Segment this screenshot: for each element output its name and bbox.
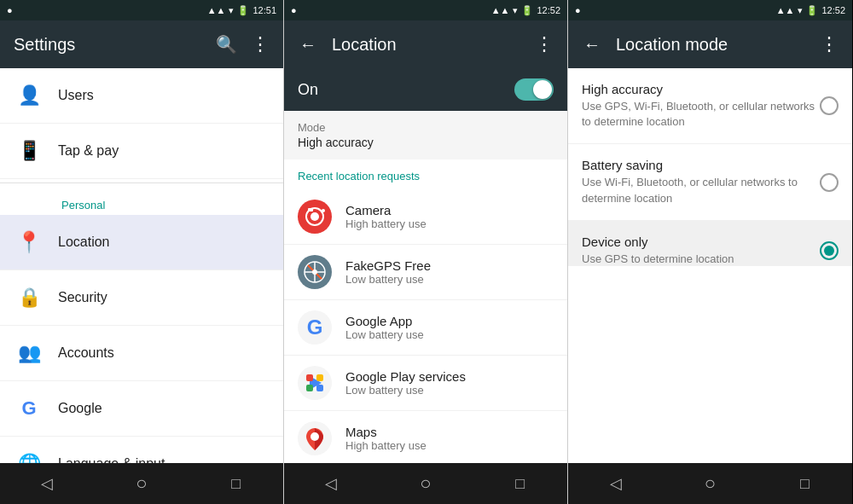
status-bar-3: ● ▲▲ ▾ 🔋 12:52 bbox=[568, 0, 852, 20]
divider-1 bbox=[0, 182, 283, 183]
maps-app-sub: High battery use bbox=[345, 439, 426, 452]
time-3: 12:52 bbox=[821, 5, 845, 15]
mode-high-accuracy[interactable]: High accuracy Use GPS, Wi-Fi, Bluetooth,… bbox=[568, 68, 852, 144]
high-accuracy-title: High accuracy bbox=[582, 82, 820, 96]
time-2: 12:52 bbox=[537, 5, 560, 15]
status-icon: ● bbox=[7, 5, 13, 15]
nav-bar-2: ◁ ○ □ bbox=[284, 463, 567, 504]
users-label: Users bbox=[58, 88, 94, 103]
battery-icon-3: 🔋 bbox=[806, 5, 818, 16]
camera-app-icon bbox=[298, 200, 332, 234]
nav-recent-2[interactable]: □ bbox=[473, 475, 567, 493]
battery-saving-title: Battery saving bbox=[582, 158, 820, 172]
radio-inner bbox=[824, 246, 834, 256]
battery-saving-radio[interactable] bbox=[820, 173, 838, 192]
sidebar-item-google[interactable]: G Google bbox=[0, 381, 283, 437]
signal-icon-3: ▲▲ bbox=[776, 5, 795, 15]
nav-back-1[interactable]: ◁ bbox=[0, 474, 95, 493]
mode-device-only[interactable]: Device only Use GPS to determine locatio… bbox=[568, 221, 852, 266]
svg-point-4 bbox=[322, 209, 325, 212]
wifi-icon-2: ▾ bbox=[513, 5, 518, 16]
location-mode-title: Location mode bbox=[609, 35, 813, 55]
mode-battery-saving[interactable]: Battery saving Use Wi-Fi, Bluetooth, or … bbox=[568, 144, 852, 220]
app-item-google[interactable]: G Google App Low battery use bbox=[284, 300, 567, 356]
device-only-title: Device only bbox=[582, 235, 820, 249]
maps-app-text: Maps High battery use bbox=[345, 425, 426, 452]
maps-app-name: Maps bbox=[345, 425, 426, 439]
device-only-radio[interactable] bbox=[820, 241, 838, 260]
more-button-3[interactable]: ⋮ bbox=[813, 26, 845, 62]
high-accuracy-sub: Use GPS, Wi-Fi, Bluetooth, or cellular n… bbox=[582, 99, 820, 130]
location-mode-list: High accuracy Use GPS, Wi-Fi, Bluetooth,… bbox=[568, 68, 852, 266]
toggle-knob bbox=[533, 80, 552, 99]
settings-panel: ● ▲▲ ▾ 🔋 12:51 Settings 🔍 ⋮ 👤 Users 📱 Ta… bbox=[0, 0, 284, 504]
fakegps-text: FakeGPS Free Low battery use bbox=[345, 258, 431, 286]
location-toggle-section: On bbox=[284, 68, 567, 111]
app-item-camera[interactable]: Camera High battery use bbox=[284, 189, 567, 245]
spacer bbox=[568, 266, 852, 464]
more-button-2[interactable]: ⋮ bbox=[528, 26, 560, 62]
back-button-3[interactable]: ← bbox=[575, 27, 609, 61]
camera-text: Camera High battery use bbox=[345, 203, 426, 230]
battery-icon-2: 🔋 bbox=[521, 5, 533, 16]
sidebar-item-users[interactable]: 👤 Users bbox=[0, 68, 283, 124]
google-icon: G bbox=[14, 393, 44, 424]
nav-bar-1: ◁ ○ □ bbox=[0, 463, 283, 504]
mode-section[interactable]: Mode High accuracy bbox=[284, 111, 567, 159]
app-item-maps[interactable]: Maps High battery use bbox=[284, 411, 567, 463]
back-button-2[interactable]: ← bbox=[291, 27, 325, 61]
language-label: Language & input bbox=[58, 456, 165, 463]
battery-saving-sub: Use Wi-Fi, Bluetooth, or cellular networ… bbox=[582, 175, 820, 206]
device-only-text: Device only Use GPS to determine locatio… bbox=[582, 235, 820, 266]
svg-point-2 bbox=[310, 212, 319, 221]
app-item-fakegps[interactable]: FakeGPS Free Low battery use bbox=[284, 245, 567, 300]
accounts-icon: 👥 bbox=[14, 338, 44, 368]
time-1: 12:51 bbox=[252, 5, 276, 15]
fakegps-app-icon bbox=[298, 255, 332, 289]
camera-sub: High battery use bbox=[345, 217, 426, 230]
svg-rect-17 bbox=[306, 385, 313, 391]
svg-rect-3 bbox=[308, 208, 313, 211]
location-mode-header: ← Location mode ⋮ bbox=[568, 20, 852, 68]
nav-back-3[interactable]: ◁ bbox=[568, 474, 663, 493]
settings-title: Settings bbox=[14, 35, 216, 55]
search-icon[interactable]: 🔍 bbox=[216, 34, 237, 55]
google-app-sub: Low battery use bbox=[345, 328, 424, 341]
sidebar-item-accounts[interactable]: 👥 Accounts bbox=[0, 326, 283, 381]
sidebar-item-security[interactable]: 🔒 Security bbox=[0, 270, 283, 326]
nav-home-3[interactable]: ○ bbox=[663, 472, 757, 495]
wifi-icon: ▾ bbox=[229, 5, 234, 16]
fakegps-name: FakeGPS Free bbox=[345, 258, 431, 273]
battery-icon: 🔋 bbox=[237, 5, 249, 16]
mode-title: Mode bbox=[298, 121, 554, 134]
status-bar-2: ● ▲▲ ▾ 🔋 12:52 bbox=[284, 0, 567, 20]
sidebar-item-language[interactable]: 🌐 Language & input bbox=[0, 437, 283, 463]
nav-home-2[interactable]: ○ bbox=[379, 472, 473, 495]
more-icon[interactable]: ⋮ bbox=[251, 33, 270, 55]
language-icon: 🌐 bbox=[14, 449, 44, 463]
play-app-sub: Low battery use bbox=[345, 384, 466, 397]
nav-recent-1[interactable]: □ bbox=[189, 475, 283, 493]
mode-value: High accuracy bbox=[298, 136, 554, 149]
location-title: Location bbox=[325, 35, 528, 55]
google-app-icon: G bbox=[298, 310, 332, 345]
fakegps-sub: Low battery use bbox=[345, 273, 431, 286]
sidebar-item-location[interactable]: 📍 Location bbox=[0, 215, 283, 270]
location-mode-panel: ● ▲▲ ▾ 🔋 12:52 ← Location mode ⋮ High ac… bbox=[568, 0, 852, 504]
nav-recent-3[interactable]: □ bbox=[757, 475, 852, 493]
location-icon: 📍 bbox=[14, 227, 44, 258]
high-accuracy-radio[interactable] bbox=[820, 96, 838, 115]
location-label: Location bbox=[58, 235, 110, 250]
app-item-play[interactable]: Google Play services Low battery use bbox=[284, 356, 567, 411]
svg-rect-15 bbox=[306, 374, 313, 381]
sidebar-item-tap-pay[interactable]: 📱 Tap & pay bbox=[0, 124, 283, 179]
battery-saving-text: Battery saving Use Wi-Fi, Bluetooth, or … bbox=[582, 158, 820, 206]
location-panel: ● ▲▲ ▾ 🔋 12:52 ← Location ⋮ On Mode High… bbox=[284, 0, 568, 504]
location-toggle[interactable] bbox=[514, 78, 554, 101]
app-list: Camera High battery use FakeGPS Free Low… bbox=[284, 189, 567, 463]
status-bar-1: ● ▲▲ ▾ 🔋 12:51 bbox=[0, 0, 283, 20]
google-label: Google bbox=[58, 401, 102, 416]
nav-back-2[interactable]: ◁ bbox=[284, 474, 379, 493]
high-accuracy-text: High accuracy Use GPS, Wi-Fi, Bluetooth,… bbox=[582, 82, 820, 130]
nav-home-1[interactable]: ○ bbox=[95, 472, 189, 495]
